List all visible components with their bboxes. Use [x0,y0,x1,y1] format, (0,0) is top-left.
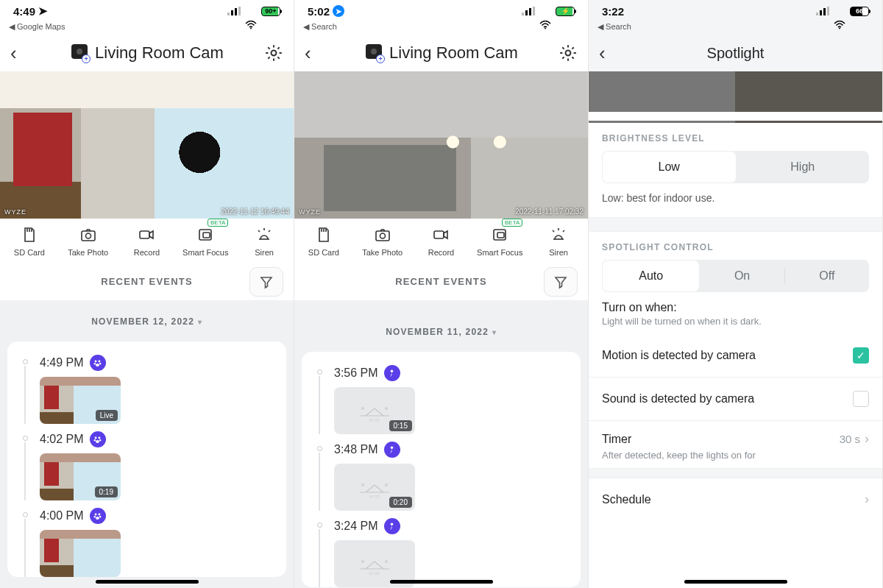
filter-button[interactable] [544,267,578,297]
wifi-icon [245,7,257,15]
event-item[interactable]: 3:48 PMWYZE0:20 [315,434,567,511]
event-thumbnail[interactable]: Live [40,377,121,424]
checkbox-unchecked-icon[interactable] [853,391,869,407]
cellular-signal-icon [522,5,535,18]
action-label: Take Photo [68,248,108,257]
status-time: 5:02 [308,5,330,18]
action-photo[interactable]: Take Photo [353,226,412,257]
spotlight-preview [589,71,882,123]
battery-icon: 66 [850,7,869,16]
svg-point-30 [361,407,364,410]
page-title: + Living Room Cam [29,43,264,63]
back-button[interactable]: ‹ [305,42,324,65]
trigger-row[interactable]: Sound is detected by camera [589,378,882,421]
event-duration-badge: 0:15 [389,420,412,431]
action-sd[interactable]: SD Card [0,226,59,257]
event-time: 3:56 PM [334,366,378,380]
chevron-right-icon: › [865,431,869,447]
brightness-segmented-control[interactable]: LowHigh [602,151,869,183]
svg-point-9 [94,363,96,364]
action-rec[interactable]: Record [412,226,471,257]
action-photo[interactable]: Take Photo [59,226,118,257]
event-item[interactable]: 3:24 PMWYZE [315,511,567,587]
event-thumbnail[interactable] [40,530,121,577]
segment-option-auto[interactable]: Auto [602,260,700,292]
action-focus[interactable]: BETASmart Focus [470,226,529,257]
filter-button[interactable] [249,267,283,297]
live-video-feed[interactable]: WYZE 2022-11-12 16:49:44 [0,71,294,219]
checkbox-checked-icon[interactable]: ✓ [853,347,869,364]
svg-text:WYZE: WYZE [369,418,380,422]
sd-icon [314,226,333,244]
svg-rect-4 [140,231,149,238]
chevron-right-icon: › [865,492,869,507]
svg-point-21 [96,516,99,519]
events-date[interactable]: NOVEMBER 11, 2022 ▾ [302,308,581,352]
home-indicator[interactable] [96,580,199,584]
event-thumbnail[interactable]: WYZE0:15 [334,387,415,434]
timer-row[interactable]: Timer 30 s › [589,421,882,450]
svg-point-20 [99,516,101,517]
segment-option-low[interactable]: Low [602,151,737,183]
schedule-label: Schedule [602,493,651,506]
photo-icon [373,226,392,244]
back-button[interactable]: ‹ [599,42,618,65]
action-siren[interactable]: Siren [529,226,588,257]
action-label: SD Card [308,248,339,257]
event-duration-badge: 0:19 [95,486,118,497]
settings-button[interactable] [558,43,578,63]
event-item[interactable]: 4:02 PM0:19 [21,424,273,500]
svg-point-31 [385,407,388,410]
segment-option-high[interactable]: High [737,151,870,183]
trigger-label: Motion is detected by camera [602,349,756,362]
event-item[interactable]: 4:49 PMLive [21,347,273,424]
trigger-row[interactable]: Motion is detected by camera✓ [589,334,882,378]
pet-detected-icon [90,508,106,524]
action-focus[interactable]: BETASmart Focus [176,226,235,257]
event-time: 4:00 PM [40,509,84,523]
turn-on-when-title: Turn on when: [589,292,882,314]
action-sd[interactable]: SD Card [294,226,353,257]
event-item[interactable]: 3:56 PMWYZE0:15 [315,358,567,434]
action-label: Record [134,248,160,257]
recent-events-heading: RECENT EVENTS [395,276,487,287]
schedule-row[interactable]: Schedule › [589,478,882,520]
svg-point-29 [391,369,394,372]
beta-badge: BETA [502,219,522,227]
action-siren[interactable]: Siren [235,226,294,257]
page-title: Spotlight [618,45,853,62]
spotlight-mode-segmented-control[interactable]: AutoOnOff [602,260,869,292]
svg-text:WYZE: WYZE [369,495,380,499]
recent-events-heading: RECENT EVENTS [101,276,193,287]
svg-point-15 [99,439,101,441]
focus-icon: BETA [196,226,215,244]
svg-point-14 [94,439,96,441]
settings-button[interactable] [264,43,283,63]
action-label: Take Photo [362,248,403,257]
home-indicator[interactable] [684,580,787,584]
cellular-signal-icon [816,5,829,18]
svg-point-16 [96,439,99,442]
feed-brand: WYZE [4,208,26,216]
event-thumbnail[interactable]: WYZE0:20 [334,464,415,511]
segment-option-on[interactable]: On [700,260,784,292]
back-button[interactable]: ‹ [10,42,29,65]
home-indicator[interactable] [390,580,493,584]
status-bar: 5:02 ➤ ⚡ [294,0,588,22]
event-thumbnail[interactable]: 0:19 [40,453,121,500]
event-time: 4:02 PM [40,433,84,446]
location-services-icon: ➤ [38,4,48,18]
svg-point-41 [839,28,840,29]
events-date[interactable]: NOVEMBER 12, 2022 ▾ [7,308,286,341]
segment-option-off[interactable]: Off [785,260,869,292]
action-label: Siren [549,248,568,257]
pet-detected-icon [90,355,106,371]
svg-point-34 [361,483,364,486]
brightness-section-label: BRIGHTNESS LEVEL [589,123,882,151]
live-video-feed[interactable]: WYZE 2022-11-11 17:02:32 [294,71,588,219]
events-scroll[interactable]: NOVEMBER 12, 2022 ▾ 4:49 PMLive4:02 PM0:… [0,300,294,588]
action-rec[interactable]: Record [118,226,177,257]
events-scroll[interactable]: NOVEMBER 11, 2022 ▾ 3:56 PMWYZE0:153:48 … [294,300,588,588]
event-time: 3:24 PM [334,520,378,533]
event-item[interactable]: 4:00 PM [21,500,273,577]
